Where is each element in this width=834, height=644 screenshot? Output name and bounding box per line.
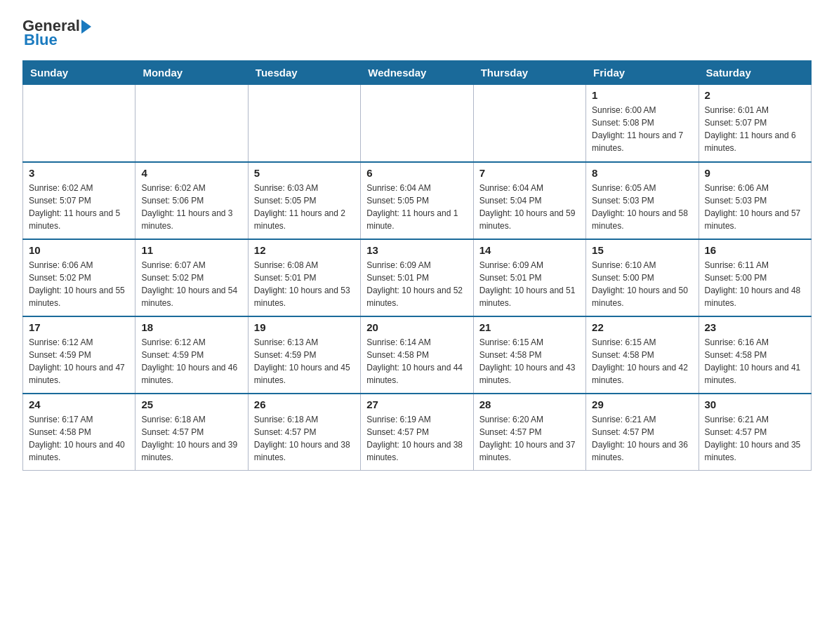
calendar-cell: 29Sunrise: 6:21 AMSunset: 4:57 PMDayligh… — [586, 394, 699, 471]
calendar-cell: 24Sunrise: 6:17 AMSunset: 4:58 PMDayligh… — [23, 394, 135, 471]
day-number: 26 — [254, 398, 355, 410]
col-friday: Friday — [586, 61, 699, 85]
day-number: 2 — [705, 89, 805, 101]
calendar-cell: 19Sunrise: 6:13 AMSunset: 4:59 PMDayligh… — [248, 316, 360, 394]
day-info: Sunrise: 6:09 AMSunset: 5:01 PMDaylight:… — [479, 259, 580, 309]
day-number: 8 — [592, 167, 692, 179]
calendar-cell: 9Sunrise: 6:06 AMSunset: 5:03 PMDaylight… — [699, 162, 811, 239]
page-header: General Blue — [22, 17, 812, 49]
day-number: 15 — [592, 244, 692, 256]
day-info: Sunrise: 6:04 AMSunset: 5:04 PMDaylight:… — [479, 182, 580, 232]
day-number: 18 — [141, 321, 241, 333]
day-info: Sunrise: 6:11 AMSunset: 5:00 PMDaylight:… — [705, 259, 805, 309]
day-number: 3 — [29, 167, 129, 179]
calendar-header-row: Sunday Monday Tuesday Wednesday Thursday… — [23, 61, 812, 85]
day-info: Sunrise: 6:07 AMSunset: 5:02 PMDaylight:… — [141, 259, 241, 309]
calendar-cell — [248, 85, 360, 162]
day-info: Sunrise: 6:14 AMSunset: 4:58 PMDaylight:… — [366, 336, 467, 387]
day-number: 19 — [254, 321, 355, 333]
day-number: 28 — [479, 398, 580, 410]
day-info: Sunrise: 6:02 AMSunset: 5:07 PMDaylight:… — [29, 182, 129, 232]
day-number: 10 — [29, 244, 129, 256]
day-number: 4 — [141, 167, 241, 179]
day-info: Sunrise: 6:12 AMSunset: 4:59 PMDaylight:… — [141, 336, 241, 387]
calendar-cell: 2Sunrise: 6:01 AMSunset: 5:07 PMDaylight… — [699, 85, 811, 162]
day-info: Sunrise: 6:04 AMSunset: 5:05 PMDaylight:… — [366, 182, 467, 232]
day-info: Sunrise: 6:18 AMSunset: 4:57 PMDaylight:… — [254, 413, 355, 464]
day-info: Sunrise: 6:15 AMSunset: 4:58 PMDaylight:… — [479, 336, 580, 387]
day-number: 20 — [366, 321, 467, 333]
day-info: Sunrise: 6:08 AMSunset: 5:01 PMDaylight:… — [254, 259, 355, 309]
calendar-cell: 12Sunrise: 6:08 AMSunset: 5:01 PMDayligh… — [248, 239, 360, 316]
day-number: 27 — [366, 398, 467, 410]
day-number: 22 — [592, 321, 692, 333]
day-info: Sunrise: 6:10 AMSunset: 5:00 PMDaylight:… — [592, 259, 692, 309]
calendar-cell — [23, 85, 135, 162]
calendar-cell: 18Sunrise: 6:12 AMSunset: 4:59 PMDayligh… — [135, 316, 248, 394]
calendar-cell: 23Sunrise: 6:16 AMSunset: 4:58 PMDayligh… — [699, 316, 811, 394]
day-info: Sunrise: 6:06 AMSunset: 5:03 PMDaylight:… — [705, 182, 805, 232]
day-number: 16 — [705, 244, 805, 256]
day-info: Sunrise: 6:01 AMSunset: 5:07 PMDaylight:… — [705, 104, 805, 154]
day-info: Sunrise: 6:09 AMSunset: 5:01 PMDaylight:… — [366, 259, 467, 309]
day-number: 23 — [705, 321, 805, 333]
calendar-week-row: 10Sunrise: 6:06 AMSunset: 5:02 PMDayligh… — [23, 239, 812, 316]
calendar-cell — [135, 85, 248, 162]
calendar-cell: 26Sunrise: 6:18 AMSunset: 4:57 PMDayligh… — [248, 394, 360, 471]
calendar-week-row: 1Sunrise: 6:00 AMSunset: 5:08 PMDaylight… — [23, 85, 812, 162]
day-number: 9 — [705, 167, 805, 179]
day-info: Sunrise: 6:21 AMSunset: 4:57 PMDaylight:… — [592, 413, 692, 464]
day-info: Sunrise: 6:05 AMSunset: 5:03 PMDaylight:… — [592, 182, 692, 232]
calendar-cell: 21Sunrise: 6:15 AMSunset: 4:58 PMDayligh… — [473, 316, 585, 394]
day-number: 21 — [479, 321, 580, 333]
calendar-cell: 16Sunrise: 6:11 AMSunset: 5:00 PMDayligh… — [699, 239, 811, 316]
calendar-week-row: 3Sunrise: 6:02 AMSunset: 5:07 PMDaylight… — [23, 162, 812, 239]
calendar-cell: 4Sunrise: 6:02 AMSunset: 5:06 PMDaylight… — [135, 162, 248, 239]
day-number: 12 — [254, 244, 355, 256]
day-info: Sunrise: 6:17 AMSunset: 4:58 PMDaylight:… — [29, 413, 129, 464]
day-info: Sunrise: 6:13 AMSunset: 4:59 PMDaylight:… — [254, 336, 355, 387]
day-number: 6 — [366, 167, 467, 179]
col-sunday: Sunday — [23, 61, 135, 85]
calendar-cell: 5Sunrise: 6:03 AMSunset: 5:05 PMDaylight… — [248, 162, 360, 239]
logo: General Blue — [22, 17, 91, 49]
calendar-cell: 13Sunrise: 6:09 AMSunset: 5:01 PMDayligh… — [361, 239, 473, 316]
calendar-cell: 28Sunrise: 6:20 AMSunset: 4:57 PMDayligh… — [473, 394, 585, 471]
calendar-cell: 7Sunrise: 6:04 AMSunset: 5:04 PMDaylight… — [473, 162, 585, 239]
calendar-cell: 15Sunrise: 6:10 AMSunset: 5:00 PMDayligh… — [586, 239, 699, 316]
col-monday: Monday — [135, 61, 248, 85]
day-info: Sunrise: 6:00 AMSunset: 5:08 PMDaylight:… — [592, 104, 692, 154]
day-info: Sunrise: 6:16 AMSunset: 4:58 PMDaylight:… — [705, 336, 805, 387]
calendar-cell: 30Sunrise: 6:21 AMSunset: 4:57 PMDayligh… — [699, 394, 811, 471]
day-number: 13 — [366, 244, 467, 256]
day-number: 7 — [479, 167, 580, 179]
day-info: Sunrise: 6:18 AMSunset: 4:57 PMDaylight:… — [141, 413, 241, 464]
calendar-cell: 6Sunrise: 6:04 AMSunset: 5:05 PMDaylight… — [361, 162, 473, 239]
calendar-cell: 20Sunrise: 6:14 AMSunset: 4:58 PMDayligh… — [361, 316, 473, 394]
calendar-week-row: 24Sunrise: 6:17 AMSunset: 4:58 PMDayligh… — [23, 394, 812, 471]
calendar-cell: 8Sunrise: 6:05 AMSunset: 5:03 PMDaylight… — [586, 162, 699, 239]
calendar-table: Sunday Monday Tuesday Wednesday Thursday… — [22, 60, 812, 471]
col-wednesday: Wednesday — [361, 61, 473, 85]
day-number: 24 — [29, 398, 129, 410]
calendar-cell: 25Sunrise: 6:18 AMSunset: 4:57 PMDayligh… — [135, 394, 248, 471]
calendar-cell: 3Sunrise: 6:02 AMSunset: 5:07 PMDaylight… — [23, 162, 135, 239]
calendar-week-row: 17Sunrise: 6:12 AMSunset: 4:59 PMDayligh… — [23, 316, 812, 394]
day-number: 5 — [254, 167, 355, 179]
col-saturday: Saturday — [699, 61, 811, 85]
day-number: 30 — [705, 398, 805, 410]
col-thursday: Thursday — [473, 61, 585, 85]
logo-blue-text: Blue — [22, 31, 91, 49]
day-number: 1 — [592, 89, 692, 101]
day-info: Sunrise: 6:20 AMSunset: 4:57 PMDaylight:… — [479, 413, 580, 464]
day-info: Sunrise: 6:21 AMSunset: 4:57 PMDaylight:… — [705, 413, 805, 464]
calendar-cell — [473, 85, 585, 162]
day-number: 17 — [29, 321, 129, 333]
calendar-cell: 1Sunrise: 6:00 AMSunset: 5:08 PMDaylight… — [586, 85, 699, 162]
day-info: Sunrise: 6:02 AMSunset: 5:06 PMDaylight:… — [141, 182, 241, 232]
day-info: Sunrise: 6:12 AMSunset: 4:59 PMDaylight:… — [29, 336, 129, 387]
calendar-cell: 17Sunrise: 6:12 AMSunset: 4:59 PMDayligh… — [23, 316, 135, 394]
calendar-cell: 11Sunrise: 6:07 AMSunset: 5:02 PMDayligh… — [135, 239, 248, 316]
calendar-cell: 10Sunrise: 6:06 AMSunset: 5:02 PMDayligh… — [23, 239, 135, 316]
day-number: 14 — [479, 244, 580, 256]
